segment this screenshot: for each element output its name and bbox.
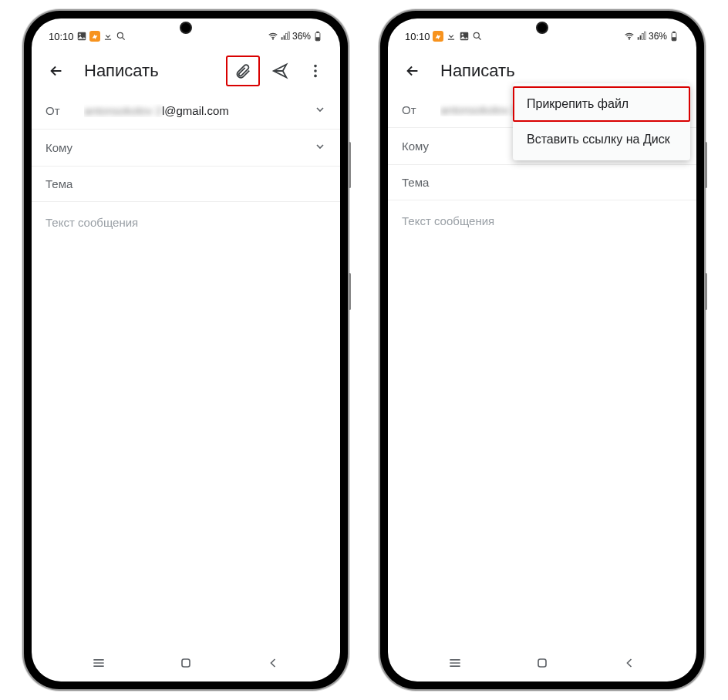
svg-rect-31: [672, 38, 676, 41]
gallery-icon: [459, 31, 470, 42]
svg-rect-35: [538, 659, 546, 667]
status-left: 10:10: [49, 31, 126, 42]
svg-line-23: [478, 38, 480, 40]
subject-field[interactable]: Тема: [32, 167, 340, 202]
app-notification-icon: [433, 31, 443, 42]
clock: 10:10: [405, 31, 430, 42]
attach-button[interactable]: [226, 56, 260, 86]
compose-title: Написать: [440, 61, 687, 81]
wifi-icon: [268, 31, 278, 42]
from-field[interactable]: От antonsokolov 2l@gmail.com: [32, 93, 340, 130]
navigation-bar: [32, 644, 340, 681]
svg-point-21: [461, 34, 463, 35]
side-key: [705, 142, 707, 188]
svg-point-24: [629, 39, 629, 39]
status-right: 36%: [624, 31, 679, 42]
svg-point-15: [314, 75, 317, 78]
nav-home[interactable]: [170, 655, 201, 671]
svg-rect-30: [673, 32, 675, 32]
svg-rect-5: [281, 37, 283, 40]
status-right: 36%: [268, 31, 323, 42]
svg-point-1: [79, 34, 80, 35]
screen: 10:10: [32, 19, 340, 681]
svg-rect-11: [316, 38, 320, 41]
battery-text: 36%: [649, 31, 667, 42]
from-label: От: [402, 103, 440, 116]
side-key: [349, 273, 351, 310]
chevron-down-icon[interactable]: [314, 140, 326, 155]
svg-rect-0: [77, 32, 86, 41]
svg-rect-19: [182, 659, 190, 667]
side-key: [349, 142, 351, 188]
svg-rect-27: [642, 34, 644, 40]
clock: 10:10: [49, 31, 74, 42]
svg-line-3: [122, 38, 124, 40]
svg-rect-20: [460, 32, 468, 41]
battery-icon: [669, 31, 679, 42]
attach-file-option[interactable]: Прикрепить файл: [513, 86, 690, 122]
nav-home[interactable]: [527, 655, 558, 671]
svg-point-22: [474, 32, 479, 38]
to-field[interactable]: Кому: [32, 130, 340, 167]
svg-point-14: [314, 69, 317, 72]
to-label: Кому: [402, 140, 440, 153]
nav-recents[interactable]: [440, 655, 470, 671]
nav-recents[interactable]: [83, 655, 114, 671]
svg-rect-10: [317, 32, 318, 32]
side-key: [705, 273, 707, 310]
front-camera: [180, 22, 192, 34]
wifi-icon: [624, 31, 635, 42]
subject-field[interactable]: Тема: [388, 165, 696, 200]
to-label: Кому: [46, 141, 84, 154]
download-icon: [446, 31, 457, 42]
compose-app-bar: Написать Прикрепить файл Вставить ссылку…: [388, 49, 696, 93]
from-label: От: [46, 104, 84, 117]
svg-rect-8: [288, 32, 289, 40]
search-icon: [472, 31, 483, 42]
battery-icon: [312, 31, 323, 42]
app-notification-icon: [89, 31, 100, 42]
back-button[interactable]: [41, 56, 72, 86]
send-button[interactable]: [265, 56, 295, 86]
compose-title: Написать: [84, 61, 221, 81]
screen: 10:10: [388, 19, 696, 681]
body-field[interactable]: Текст сообщения: [32, 202, 340, 644]
body-field[interactable]: Текст сообщения: [388, 200, 696, 644]
search-icon: [116, 31, 126, 42]
svg-rect-25: [638, 37, 639, 40]
chevron-down-icon: [314, 103, 326, 118]
svg-rect-26: [640, 35, 642, 40]
back-button[interactable]: [397, 56, 428, 86]
nav-back[interactable]: [258, 655, 288, 671]
more-button[interactable]: [300, 56, 331, 86]
status-left: 10:10: [405, 31, 483, 42]
insert-drive-link-option[interactable]: Вставить ссылку на Диск: [513, 122, 690, 157]
front-camera: [536, 22, 548, 34]
svg-rect-6: [284, 35, 285, 40]
attach-menu: Прикрепить файл Вставить ссылку на Диск: [513, 83, 690, 160]
svg-rect-28: [644, 32, 645, 40]
compose-app-bar: Написать: [32, 49, 340, 93]
svg-point-13: [314, 65, 317, 68]
signal-icon: [636, 31, 647, 42]
gallery-icon: [76, 31, 87, 42]
from-value: antonsokolov 2l@gmail.com: [84, 104, 314, 117]
nav-back[interactable]: [614, 655, 645, 671]
signal-icon: [280, 31, 291, 42]
phone-frame-right: 10:10: [380, 11, 704, 689]
navigation-bar: [388, 644, 696, 681]
svg-point-4: [272, 39, 273, 39]
svg-point-2: [117, 32, 123, 38]
svg-rect-7: [286, 34, 288, 40]
download-icon: [103, 31, 113, 42]
battery-text: 36%: [292, 31, 311, 42]
phone-frame-left: 10:10: [24, 11, 348, 689]
